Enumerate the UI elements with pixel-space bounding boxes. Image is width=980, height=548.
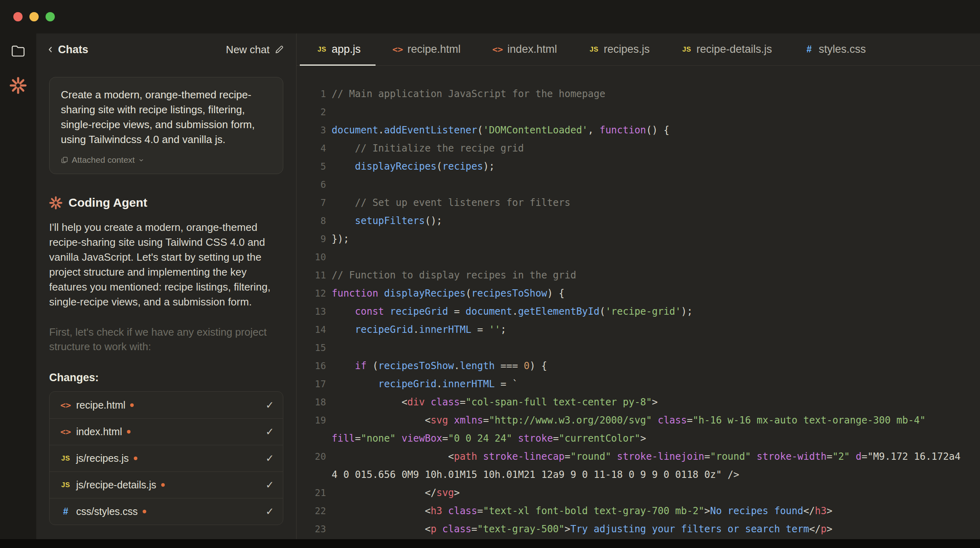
code-text: });: [332, 230, 349, 248]
user-message-text: Create a modern, orange-themed recipe-sh…: [61, 87, 272, 147]
tab-label: app.js: [332, 43, 361, 56]
tab-label: index.html: [507, 43, 557, 56]
code-line[interactable]: 9});: [297, 230, 980, 248]
modified-dot: [130, 403, 134, 407]
file-row[interactable]: #css/styles.css✓: [50, 498, 283, 525]
line-number: 1: [297, 85, 332, 103]
line-number: 9: [297, 230, 332, 248]
code-line[interactable]: 5 displayRecipes(recipes);: [297, 158, 980, 176]
attached-context-label: Attached context: [72, 155, 135, 165]
code-line[interactable]: 4 // Initialize the recipe grid: [297, 139, 980, 158]
code-line[interactable]: 21 </svg>: [297, 484, 980, 502]
file-name: js/recipe-details.js: [76, 479, 156, 491]
html-file-icon: <>: [390, 44, 405, 54]
modified-dot: [134, 457, 137, 460]
code-line[interactable]: 22 <h3 class="text-xl font-bold text-gra…: [297, 502, 980, 520]
code-line[interactable]: 12function displayRecipes(recipesToShow)…: [297, 284, 980, 303]
code-line[interactable]: 19 <svg xmlns="http://www.w3.org/2000/sv…: [297, 411, 980, 430]
tab-recipe-details.js[interactable]: JSrecipe-details.js: [664, 33, 787, 65]
code-line[interactable]: 23 <p class="text-gray-500">Try adjustin…: [297, 520, 980, 538]
zoom-button[interactable]: [46, 12, 55, 21]
code-line[interactable]: 6: [297, 176, 980, 194]
code-line[interactable]: 8 setupFilters();: [297, 212, 980, 230]
pencil-icon: [274, 45, 284, 54]
agent-reply-text: I'll help you create a modern, orange-th…: [49, 220, 283, 309]
line-number: 21: [297, 484, 332, 502]
line-number: 17: [297, 375, 332, 393]
changed-files-list: <>recipe.html✓<>index.html✓JSjs/recipes.…: [49, 391, 283, 525]
tab-recipe.html[interactable]: <>recipe.html: [376, 33, 475, 65]
css-file-icon: #: [802, 44, 816, 55]
icon-rail: [0, 33, 36, 539]
new-chat-button[interactable]: New chat: [226, 44, 284, 56]
line-number: 5: [297, 158, 332, 176]
code-text: <div class="col-span-full text-center py…: [332, 393, 658, 411]
close-button[interactable]: [13, 12, 23, 21]
code-text: recipeGrid.innerHTML = '';: [332, 321, 507, 339]
tab-index.html[interactable]: <>index.html: [475, 33, 572, 65]
minimize-button[interactable]: [29, 12, 39, 21]
tab-bar: JSapp.js<>recipe.html<>index.htmlJSrecip…: [297, 33, 980, 66]
window-titlebar: [0, 0, 980, 33]
code-line[interactable]: 4 0 015.656 0M9 10h.01M15 10h.01M21 12a9…: [297, 466, 980, 484]
code-line[interactable]: 15: [297, 339, 980, 357]
chat-scroll[interactable]: Create a modern, orange-themed recipe-sh…: [36, 66, 296, 539]
line-number: 18: [297, 393, 332, 411]
code-text: <h3 class="text-xl font-bold text-gray-7…: [332, 502, 833, 520]
line-number: 19: [297, 411, 332, 430]
code-line[interactable]: 7 // Set up event listeners for filters: [297, 194, 980, 212]
html-file-icon: <>: [58, 427, 73, 437]
line-number: 2: [297, 103, 332, 121]
line-number: 16: [297, 357, 332, 375]
line-number: 12: [297, 284, 332, 303]
app-frame: Chats New chat Create a modern, orange-t…: [0, 33, 980, 539]
agent-name: Coding Agent: [69, 196, 147, 210]
tab-app.js[interactable]: JSapp.js: [300, 33, 376, 65]
code-line[interactable]: 3document.addEventListener('DOMContentLo…: [297, 121, 980, 139]
code-line[interactable]: 1// Main application JavaScript for the …: [297, 85, 980, 103]
code-text: // Set up event listeners for filters: [332, 194, 570, 212]
line-number: 10: [297, 248, 332, 266]
code-text: displayRecipes(recipes);: [332, 158, 495, 176]
code-line[interactable]: 13 const recipeGrid = document.getElemen…: [297, 303, 980, 321]
code-text: <path stroke-linecap="round" stroke-line…: [332, 448, 961, 466]
file-name: index.html: [76, 426, 122, 438]
code-line[interactable]: 17 recipeGrid.innerHTML = `: [297, 375, 980, 393]
file-row[interactable]: <>recipe.html✓: [50, 392, 283, 418]
code-line[interactable]: 11// Function to display recipes in the …: [297, 266, 980, 284]
code-content[interactable]: 1// Main application JavaScript for the …: [297, 66, 980, 539]
line-number: 4: [297, 139, 332, 158]
file-row[interactable]: JSjs/recipes.js✓: [50, 445, 283, 471]
code-text: fill="none" viewBox="0 0 24 24" stroke="…: [332, 430, 646, 448]
user-message-card: Create a modern, orange-themed recipe-sh…: [49, 77, 283, 174]
file-row[interactable]: JSjs/recipe-details.js✓: [50, 471, 283, 498]
check-icon: ✓: [266, 426, 274, 438]
claude-logo-icon[interactable]: [10, 77, 27, 94]
code-line[interactable]: 14 recipeGrid.innerHTML = '';: [297, 321, 980, 339]
folder-icon[interactable]: [10, 44, 26, 58]
line-number: 14: [297, 321, 332, 339]
code-line[interactable]: 20 <path stroke-linecap="round" stroke-l…: [297, 448, 980, 466]
code-line[interactable]: 16 if (recipesToShow.length === 0) {: [297, 357, 980, 375]
line-number: 6: [297, 176, 332, 194]
tab-styles.css[interactable]: #styles.css: [787, 33, 881, 65]
code-line[interactable]: 10: [297, 248, 980, 266]
attached-context-toggle[interactable]: Attached context: [61, 155, 272, 165]
chat-panel: Chats New chat Create a modern, orange-t…: [36, 33, 297, 539]
tab-label: recipe-details.js: [696, 43, 772, 56]
line-number: 15: [297, 339, 332, 357]
html-file-icon: <>: [490, 44, 505, 54]
attached-context-icon: [61, 156, 68, 164]
code-text: // Function to display recipes in the gr…: [332, 266, 576, 284]
editor-panel: JSapp.js<>recipe.html<>index.htmlJSrecip…: [297, 33, 980, 539]
code-line[interactable]: fill="none" viewBox="0 0 24 24" stroke="…: [297, 430, 980, 448]
code-line[interactable]: 2: [297, 103, 980, 121]
line-number: 11: [297, 266, 332, 284]
back-button[interactable]: Chats: [46, 44, 88, 56]
line-number: 13: [297, 303, 332, 321]
modified-dot: [127, 430, 131, 434]
code-text: // Main application JavaScript for the h…: [332, 85, 605, 103]
file-row[interactable]: <>index.html✓: [50, 418, 283, 445]
tab-recipes.js[interactable]: JSrecipes.js: [572, 33, 664, 65]
code-line[interactable]: 18 <div class="col-span-full text-center…: [297, 393, 980, 411]
